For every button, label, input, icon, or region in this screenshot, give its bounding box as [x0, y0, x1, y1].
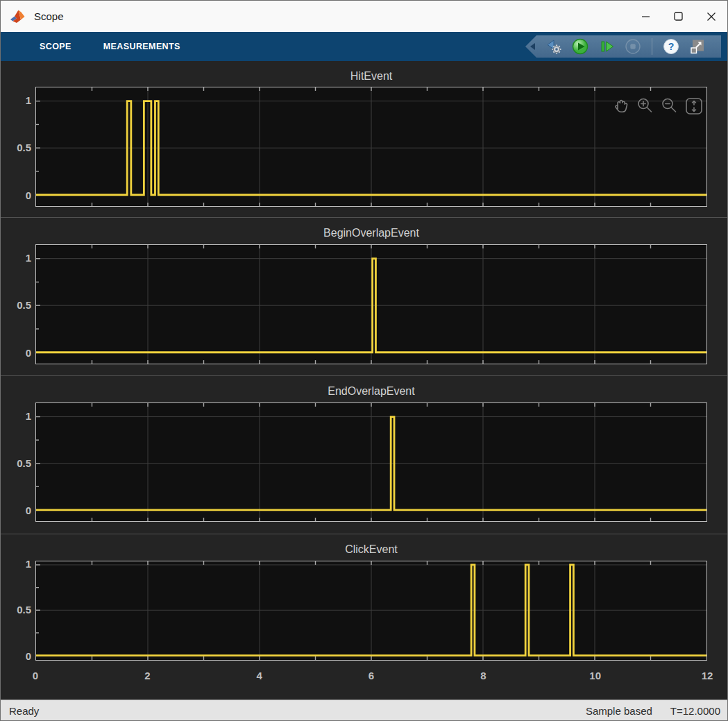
plot-hover-toolbar — [611, 96, 704, 117]
plot-svg — [36, 561, 706, 660]
help-icon[interactable]: ? — [662, 37, 680, 56]
pan-icon[interactable] — [611, 96, 632, 117]
scope-panel-endoverlapevent: EndOverlapEvent 00.51 — [1, 375, 727, 534]
y-tick-label: 0 — [1, 504, 31, 518]
toolstrip: SCOPE MEASUREMENTS — [1, 32, 727, 61]
y-tick-label: 1 — [1, 251, 31, 265]
sample-mode-text: Sample based — [586, 705, 652, 717]
zoom-out-icon[interactable] — [659, 96, 680, 117]
plot-svg — [36, 245, 706, 364]
y-tick-label: 0.5 — [1, 141, 31, 155]
run-icon[interactable] — [571, 37, 589, 56]
y-tick-label: 0 — [1, 650, 31, 663]
y-tick-label: 1 — [1, 409, 31, 423]
y-tick-label: 0.5 — [1, 603, 31, 617]
y-tick-label: 0 — [1, 189, 31, 203]
status-text: Ready — [9, 705, 39, 717]
scope-window: Scope SCOPE MEASUREMENTS — [0, 0, 728, 721]
quick-access-toolbar: ? — [525, 35, 721, 58]
x-tick-label: 12 — [692, 669, 722, 683]
x-tick-label: 10 — [580, 669, 611, 683]
plot-svg — [36, 403, 706, 521]
simulation-pacing-icon[interactable] — [545, 37, 563, 56]
stop-icon — [624, 37, 642, 56]
x-tick-label: 0 — [20, 669, 51, 683]
toolstrip-tabs: SCOPE MEASUREMENTS — [40, 42, 180, 51]
y-tick-label: 0.5 — [1, 298, 31, 312]
y-tick-label: 0 — [1, 346, 31, 360]
zoom-in-icon[interactable] — [635, 96, 656, 117]
plot-title: EndOverlapEvent — [35, 384, 707, 399]
plot-title: ClickEvent — [35, 542, 707, 557]
fit-to-view-icon[interactable] — [684, 96, 704, 117]
plot-canvas[interactable] — [35, 244, 707, 364]
dock-icon[interactable] — [688, 37, 706, 56]
tab-scope[interactable]: SCOPE — [40, 42, 71, 51]
x-tick-label: 6 — [356, 669, 387, 683]
scope-display-area: HitEvent — [1, 61, 727, 699]
scope-panel-beginoverlapevent: BeginOverlapEvent 00.51 — [1, 217, 727, 375]
simulation-time-text: T=12.0000 — [670, 705, 720, 717]
scope-panel-hitevent: HitEvent — [1, 61, 727, 217]
scope-panel-clickevent: ClickEvent 00.51024681012 — [1, 534, 727, 697]
y-tick-label: 1 — [1, 557, 31, 571]
close-button[interactable] — [695, 1, 727, 32]
matlab-logo-icon — [9, 8, 27, 26]
plot-canvas[interactable] — [35, 402, 707, 522]
svg-text:?: ? — [668, 41, 675, 52]
plot-title: HitEvent — [35, 69, 707, 84]
step-forward-icon[interactable] — [598, 37, 616, 56]
y-tick-label: 1 — [1, 94, 31, 108]
plot-svg — [36, 87, 706, 206]
titlebar: Scope — [1, 1, 727, 32]
x-tick-label: 4 — [244, 669, 275, 683]
status-bar: Ready Sample based T=12.0000 — [1, 699, 727, 721]
x-tick-label: 8 — [468, 669, 498, 683]
plot-canvas[interactable] — [35, 87, 707, 207]
y-tick-label: 0.5 — [1, 457, 31, 470]
plot-title: BeginOverlapEvent — [35, 226, 707, 241]
maximize-button[interactable] — [662, 1, 695, 32]
x-tick-label: 2 — [132, 669, 162, 683]
plot-canvas[interactable] — [35, 561, 707, 661]
tab-measurements[interactable]: MEASUREMENTS — [103, 42, 180, 51]
window-title: Scope — [34, 10, 64, 22]
toolbar-separator — [652, 38, 652, 55]
minimize-button[interactable] — [629, 1, 662, 32]
collapse-toolstrip-icon[interactable] — [530, 43, 535, 50]
